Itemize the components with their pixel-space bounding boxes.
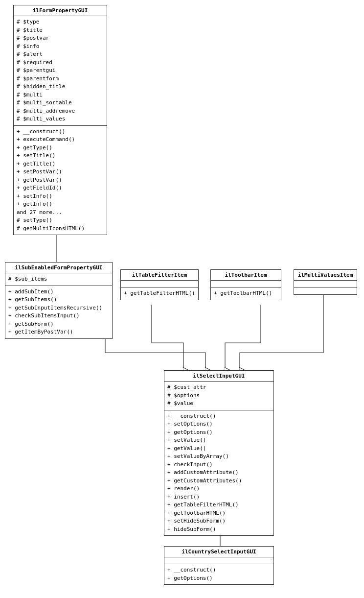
class-methods-ilTableFilterItem: + getTableFilterHTML() <box>121 287 198 300</box>
class-methods-ilToolbarItem: + getToolbarHTML() <box>211 287 281 300</box>
class-attrs-ilMultiValuesItem <box>294 281 357 287</box>
class-attrs-ilCountrySelectInputGUI <box>164 557 273 564</box>
class-methods-ilMultiValuesItem <box>294 287 357 294</box>
class-title-ilSubEnabledFormPropertyGUI: ilSubEnabledFormPropertyGUI <box>5 263 112 273</box>
class-attrs-ilTableFilterItem <box>121 281 198 287</box>
class-methods-ilFormPropertyGUI: + __construct() + executeCommand() + get… <box>14 126 107 235</box>
class-methods-ilSubEnabledFormPropertyGUI: + addSubItem() + getSubItems() + getSubI… <box>5 286 112 338</box>
diagram-container: ilFormPropertyGUI # $type # $title # $po… <box>0 0 364 598</box>
class-title-ilTableFilterItem: ilTableFilterItem <box>121 270 198 281</box>
class-methods-ilSelectInputGUI: + __construct() + setOptions() + getOpti… <box>164 410 273 536</box>
class-ilSubEnabledFormPropertyGUI: ilSubEnabledFormPropertyGUI # $sub_items… <box>5 262 113 339</box>
class-ilCountrySelectInputGUI: ilCountrySelectInputGUI + __construct() … <box>164 546 274 585</box>
class-ilFormPropertyGUI: ilFormPropertyGUI # $type # $title # $po… <box>13 5 107 235</box>
class-ilTableFilterItem: ilTableFilterItem + getTableFilterHTML() <box>120 269 199 300</box>
class-title-ilCountrySelectInputGUI: ilCountrySelectInputGUI <box>164 547 273 557</box>
class-title-ilMultiValuesItem: ilMultiValuesItem <box>294 270 357 281</box>
class-title-ilFormPropertyGUI: ilFormPropertyGUI <box>14 5 107 16</box>
class-attrs-ilSelectInputGUI: # $cust_attr # $options # $value <box>164 382 273 410</box>
class-attrs-ilFormPropertyGUI: # $type # $title # $postvar # $info # $a… <box>14 16 107 126</box>
class-attrs-ilSubEnabledFormPropertyGUI: # $sub_items <box>5 273 112 286</box>
class-methods-ilCountrySelectInputGUI: + __construct() + getOptions() <box>164 564 273 584</box>
class-title-ilSelectInputGUI: ilSelectInputGUI <box>164 371 273 382</box>
class-ilSelectInputGUI: ilSelectInputGUI # $cust_attr # $options… <box>164 370 274 536</box>
class-ilToolbarItem: ilToolbarItem + getToolbarHTML() <box>210 269 281 300</box>
class-title-ilToolbarItem: ilToolbarItem <box>211 270 281 281</box>
class-ilMultiValuesItem: ilMultiValuesItem <box>294 269 357 295</box>
class-attrs-ilToolbarItem <box>211 281 281 287</box>
